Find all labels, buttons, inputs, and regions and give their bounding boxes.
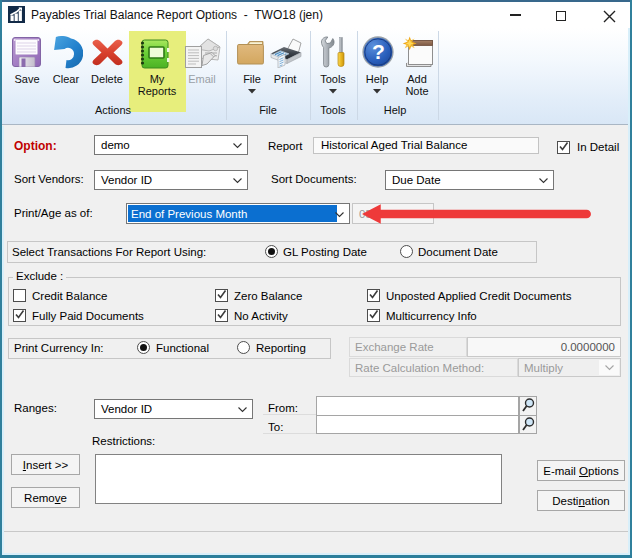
svg-text:?: ? (372, 40, 385, 63)
